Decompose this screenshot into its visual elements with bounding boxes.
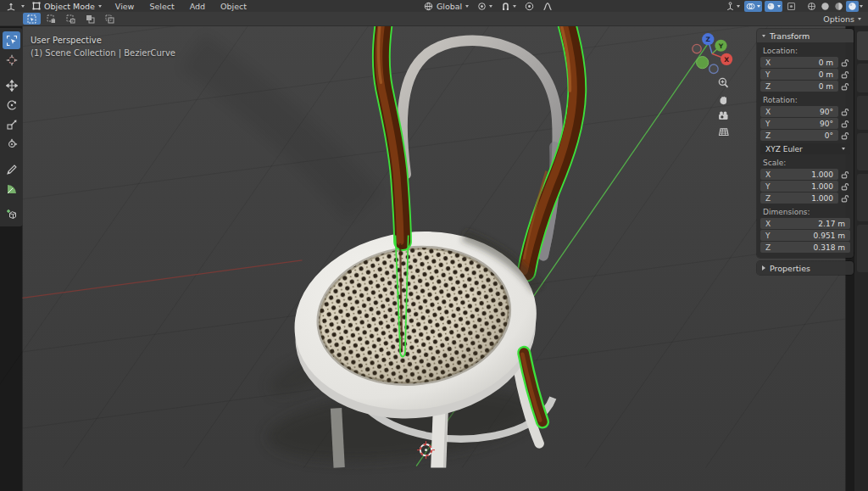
tool-annotate[interactable] [3,160,20,178]
rotation-x-row: X 90° [760,106,851,117]
overlay-icon [746,2,755,11]
scale-x-field[interactable]: X 1.000 [760,169,838,180]
rotation-y-field[interactable]: Y 90° [760,118,838,129]
options-label: Options [823,14,854,24]
select-mode-invert-button[interactable] [81,13,99,25]
show-gizmo-dropdown[interactable] [724,1,742,12]
tool-shelf [0,28,23,226]
sidebar-tab[interactable] [857,225,868,272]
viewport-header: Object Mode View Select Add Object Globa… [0,0,868,12]
rotation-mode-dropdown[interactable]: XYZ Euler [760,143,850,154]
active-object-breadcrumb: (1) Scene Collection | BezierCurve [31,47,175,59]
select-mode-intersect-button[interactable] [101,13,119,25]
tool-settings-bar: Options [0,12,868,26]
select-mode-new-button[interactable] [23,13,41,25]
shading-mode-segment [805,1,863,12]
rotation-z-lock-icon[interactable] [838,131,851,140]
sidebar-tab[interactable] [857,64,868,92]
properties-panel-header[interactable]: Properties [757,261,854,275]
shading-solid-button[interactable] [819,1,832,12]
dimensions-y-field[interactable]: Y 0.951 m [760,230,850,241]
tool-move[interactable] [3,76,20,94]
sidebar-tab[interactable] [857,31,868,60]
menu-object[interactable]: Object [214,2,253,11]
orientation-label: Global [437,2,462,11]
location-y-lock-icon[interactable] [838,70,851,79]
tool-scale[interactable] [3,115,20,133]
gizmo-minus-z-ball [709,64,718,73]
transform-panel-title: Transform [770,31,810,41]
tool-measure[interactable] [3,180,20,198]
scale-x-lock-icon[interactable] [838,170,851,179]
scale-y-field[interactable]: Y 1.000 [760,181,838,192]
menu-select[interactable]: Select [143,2,180,11]
rotation-x-field[interactable]: X 90° [760,106,838,117]
rotation-y-row: Y 90° [760,118,851,129]
dropdown-chevron-icon [842,148,845,150]
select-mode-segment [23,13,119,25]
proportional-falloff-icon[interactable] [541,1,554,12]
shading-rendered-button[interactable] [846,1,859,12]
sidebar-tab[interactable] [857,133,868,170]
tool-add-cube[interactable] [3,205,20,223]
collapsed-chevron-icon [762,265,765,271]
location-z-lock-icon[interactable] [838,82,851,91]
location-x-field[interactable]: X 0 m [760,57,838,68]
object-mode-icon [32,2,41,10]
snapping-dropdown[interactable] [499,1,518,12]
location-section-label: Location: [763,47,848,55]
tool-cursor[interactable] [3,51,20,69]
transform-panel-header[interactable]: Transform [757,29,854,42]
shading-wireframe-button[interactable] [805,1,818,12]
viewport-info-text: User Perspective (1) Scene Collection | … [31,34,175,59]
shading-sphere-dropdown[interactable] [765,1,782,12]
shading-material-button[interactable] [832,1,845,12]
editor-type-chevron[interactable] [21,5,25,8]
gizmo-minus-x-ball [693,44,701,53]
gizmo-icon [726,2,735,11]
sidebar-tab[interactable] [857,96,868,130]
location-z-row: Z 0 m [760,81,851,92]
tool-rotate[interactable] [3,96,20,114]
falloff-curve-icon [542,2,553,11]
mode-label: Object Mode [44,2,95,11]
menu-add[interactable]: Add [184,2,211,11]
scale-z-field[interactable]: Z 1.000 [760,192,838,204]
location-x-lock-icon[interactable] [838,59,851,67]
rotation-z-field[interactable]: Z 0° [760,130,838,141]
rotation-x-lock-icon[interactable] [838,108,851,116]
select-mode-extend-button[interactable] [42,13,60,25]
options-dropdown[interactable]: Options [823,14,868,24]
gizmo-z-label: Z [706,36,711,43]
dimensions-z-field[interactable]: Z 0.318 m [760,242,850,253]
rotation-y-lock-icon[interactable] [838,120,851,128]
select-mode-subtract-button[interactable] [62,13,80,25]
dimensions-y-row: Y 0.951 m [760,230,850,241]
menu-view[interactable]: View [109,2,141,11]
scale-y-lock-icon[interactable] [838,182,851,191]
editor-type-icon[interactable] [4,1,18,12]
location-y-field[interactable]: Y 0 m [760,69,838,80]
viewport-3d[interactable]: Z Y X [0,26,868,491]
pivot-point-dropdown[interactable] [476,1,494,12]
sidebar-tab[interactable] [857,174,868,221]
mode-dropdown[interactable]: Object Mode [28,2,106,11]
dimensions-section-label: Dimensions: [763,208,848,216]
dimensions-x-row: X 2.17 m [760,218,850,229]
tool-transform[interactable] [3,135,20,153]
location-z-field[interactable]: Z 0 m [760,81,838,92]
sidebar-tab-strip [854,26,868,491]
scale-x-row: X 1.000 [760,169,851,180]
viewport-canvas[interactable]: Z Y X [0,26,868,491]
gizmo-minus-y-ball [697,57,709,69]
proportional-editing-toggle[interactable] [523,1,536,12]
sidebar-region: Transform Location: X 0 m Y 0 m [757,29,854,275]
shading-options-chevron[interactable] [860,5,863,8]
transform-orientation-dropdown[interactable]: Global [422,1,470,12]
toggle-xray-button[interactable] [785,1,798,12]
pivot-icon [477,2,487,11]
tool-select-box[interactable] [3,31,20,49]
scale-z-lock-icon[interactable] [838,194,851,203]
dimensions-x-field[interactable]: X 2.17 m [760,218,850,229]
show-overlays-dropdown[interactable] [744,1,762,12]
